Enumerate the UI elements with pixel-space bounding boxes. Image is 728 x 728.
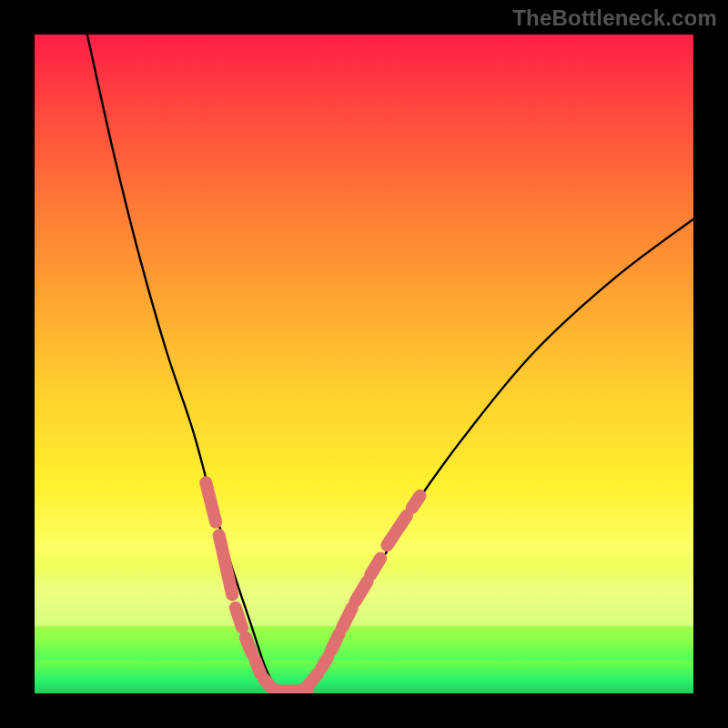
bead-segment: [219, 535, 232, 594]
watermark-text: TheBottleneck.com: [512, 5, 717, 31]
bead-segment: [370, 559, 380, 575]
bead-segment: [206, 482, 216, 521]
curve-svg: [35, 35, 693, 693]
bead-segment: [321, 657, 328, 668]
chart-root: TheBottleneck.com: [0, 0, 728, 728]
bead-segment: [236, 608, 242, 628]
bead-segment: [356, 581, 368, 602]
bead-segment: [342, 608, 352, 628]
bead-segment: [387, 516, 407, 546]
bead-segment: [308, 673, 318, 685]
plot-area: [35, 35, 693, 693]
bead-segment: [412, 496, 420, 508]
bead-segment: [331, 634, 339, 651]
curve-left: [87, 35, 278, 693]
curve-right: [298, 219, 693, 693]
bead-segment: [256, 661, 261, 673]
bead-segment: [246, 637, 252, 653]
